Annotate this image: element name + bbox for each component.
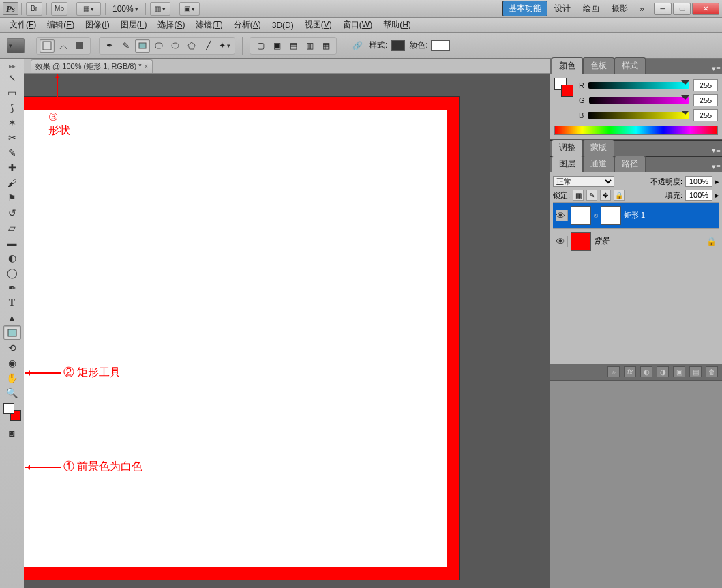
menu-window[interactable]: 窗口(W) [337, 18, 378, 32]
r-value[interactable] [693, 79, 718, 91]
layer-row[interactable]: 👁 背景 🔒 [553, 229, 719, 254]
workspace-painting[interactable]: 绘画 [577, 1, 605, 16]
gradient-tool[interactable]: ▬ [3, 235, 21, 250]
polygon-icon[interactable] [184, 39, 199, 53]
brush-tool[interactable]: 🖌 [3, 175, 21, 190]
panel-menu-icon[interactable]: ▾≡ [710, 63, 722, 74]
collapse-arrow[interactable]: ▸▸ [9, 63, 16, 70]
exclude-shape-icon[interactable]: ▦ [318, 39, 333, 53]
marquee-tool[interactable]: ▭ [3, 85, 21, 100]
lock-all-icon[interactable]: 🔒 [614, 190, 625, 201]
minibridge-icon[interactable]: Mb [51, 2, 67, 16]
bridge-icon[interactable]: Br [26, 2, 42, 16]
rectangle-tool[interactable] [3, 325, 21, 340]
workspace-essentials[interactable]: 基本功能 [502, 1, 547, 16]
blur-tool[interactable]: ◐ [3, 250, 21, 265]
fx-icon[interactable]: fx [624, 366, 636, 377]
eyedropper-tool[interactable]: ✎ [3, 145, 21, 160]
view-extras-dropdown[interactable]: ▦ [76, 2, 101, 16]
visibility-toggle[interactable]: 👁 [556, 236, 568, 247]
3d-rotate-tool[interactable]: ⟲ [3, 340, 21, 355]
layer-row[interactable]: 👁 ⎋ 矩形 1 [553, 203, 719, 229]
tab-close-icon[interactable]: × [144, 63, 148, 70]
lock-move-icon[interactable]: ✥ [600, 190, 611, 201]
zoom-tool[interactable]: 🔍 [3, 385, 21, 400]
foreground-background-colors[interactable] [3, 403, 21, 421]
styles-tab[interactable]: 样式 [614, 57, 646, 74]
layer-name[interactable]: 矩形 1 [624, 210, 645, 220]
screen-mode-dropdown[interactable]: ▣ [179, 2, 200, 16]
intersect-shape-icon[interactable]: ▥ [302, 39, 317, 53]
menu-layer[interactable]: 图层(L) [115, 18, 153, 32]
vector-mask-thumb[interactable] [601, 206, 621, 225]
quick-select-tool[interactable]: ✶ [3, 115, 21, 130]
healing-tool[interactable]: ✚ [3, 160, 21, 175]
fill-arrow[interactable]: ▸ [715, 191, 719, 200]
stamp-tool[interactable]: ⚑ [3, 190, 21, 205]
g-value[interactable] [693, 94, 718, 106]
menu-view[interactable]: 视图(V) [299, 18, 337, 32]
style-swatch[interactable] [391, 40, 405, 51]
path-select-tool[interactable]: ▲ [3, 310, 21, 325]
link-icon[interactable]: 🔗 [350, 39, 365, 53]
new-layer-icon[interactable]: ▤ [689, 366, 702, 377]
menu-analysis[interactable]: 分析(A) [228, 18, 267, 32]
layer-thumbnail[interactable] [571, 206, 591, 225]
ellipse-icon[interactable] [168, 39, 183, 53]
channels-tab[interactable]: 通道 [583, 156, 614, 172]
link-layers-icon[interactable]: ⟐ [607, 366, 620, 377]
panel-menu-icon[interactable]: ▾≡ [710, 161, 722, 172]
delete-layer-icon[interactable]: 🗑 [706, 366, 718, 377]
foreground-color[interactable] [3, 403, 14, 414]
mini-fgbg[interactable] [554, 78, 573, 97]
swatches-tab[interactable]: 色板 [583, 57, 614, 74]
add-mask-icon[interactable]: ◐ [640, 366, 652, 377]
color-tab[interactable]: 颜色 [552, 57, 583, 74]
workspace-design[interactable]: 设计 [549, 1, 576, 16]
color-ramp[interactable] [554, 126, 718, 135]
eraser-tool[interactable]: ▱ [3, 220, 21, 235]
quickmask-toggle[interactable]: ◙ [3, 426, 21, 440]
document-tab[interactable]: 效果 @ 100% (矩形 1, RGB/8) * × [31, 59, 153, 73]
dodge-tool[interactable]: ◯ [3, 265, 21, 280]
workspace-photo[interactable]: 摄影 [606, 1, 633, 16]
menu-file[interactable]: 文件(F) [4, 18, 42, 32]
arrange-docs-dropdown[interactable]: ▥ [150, 2, 170, 16]
opacity-arrow[interactable]: ▸ [715, 177, 719, 186]
color-swatch[interactable] [431, 40, 450, 51]
subtract-shape-icon[interactable]: ▤ [286, 39, 301, 53]
crop-tool[interactable]: ✂ [3, 130, 21, 145]
line-icon[interactable]: ╱ [200, 39, 215, 53]
menu-edit[interactable]: 编辑(E) [42, 18, 80, 32]
3d-camera-tool[interactable]: ◉ [3, 355, 21, 370]
menu-3d[interactable]: 3D(D) [267, 19, 299, 31]
layers-tab[interactable]: 图层 [552, 156, 583, 172]
b-value[interactable] [693, 109, 718, 121]
masks-tab[interactable]: 蒙版 [583, 139, 614, 156]
panel-menu-icon[interactable]: ▾≡ [710, 145, 722, 156]
pen-tool[interactable]: ✒ [3, 280, 21, 295]
opacity-value[interactable]: 100% [685, 176, 712, 187]
window-close[interactable]: ✕ [692, 3, 719, 15]
zoom-level[interactable]: 100% [112, 4, 138, 14]
new-shape-layer-icon[interactable]: ▢ [253, 39, 268, 53]
move-tool[interactable]: ↖ [3, 70, 21, 85]
menu-filter[interactable]: 滤镜(T) [190, 18, 228, 32]
visibility-toggle[interactable]: 👁 [556, 210, 568, 221]
paths-tab[interactable]: 路径 [614, 156, 646, 172]
lock-position-icon[interactable]: ✎ [586, 190, 597, 201]
fill-pixels-mode[interactable] [72, 39, 87, 53]
b-slider[interactable] [588, 112, 689, 119]
custom-shape-icon[interactable]: ✦ [217, 39, 232, 53]
window-maximize[interactable]: ▭ [673, 3, 691, 15]
menu-image[interactable]: 图像(I) [80, 18, 115, 32]
fill-adjust-icon[interactable]: ◑ [657, 366, 669, 377]
layer-thumbnail[interactable] [571, 232, 591, 251]
type-tool[interactable]: T [3, 295, 21, 310]
add-to-shape-icon[interactable]: ▣ [269, 39, 284, 53]
shape-layers-mode[interactable] [40, 39, 55, 53]
paths-mode[interactable] [56, 39, 71, 53]
freeform-pen-icon[interactable]: ✎ [119, 39, 134, 53]
hand-tool[interactable]: ✋ [3, 370, 21, 385]
new-group-icon[interactable]: ▣ [673, 366, 685, 377]
